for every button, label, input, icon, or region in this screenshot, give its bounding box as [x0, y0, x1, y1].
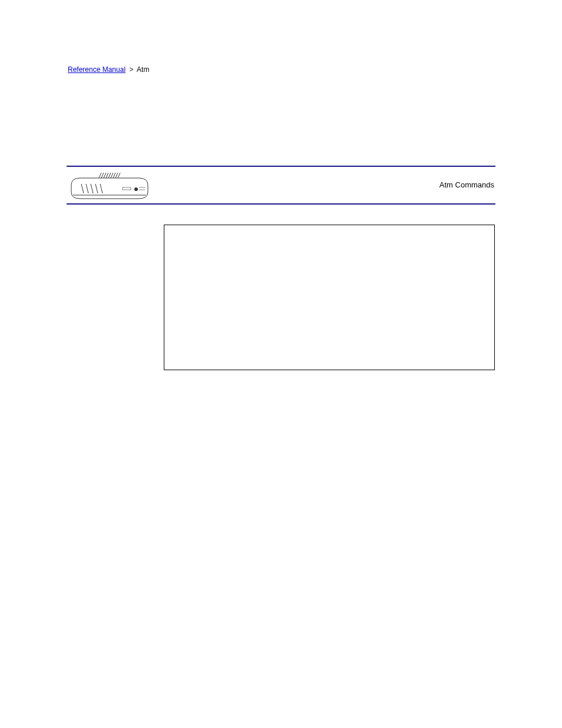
breadcrumb-link[interactable]: Reference Manual [68, 65, 125, 74]
divider-top [67, 166, 495, 167]
breadcrumb: Reference Manual > Atm [68, 65, 149, 74]
svg-point-15 [134, 187, 138, 191]
section-title: Atm Commands [439, 180, 494, 189]
divider-bottom [67, 203, 495, 205]
svg-line-13 [115, 173, 118, 178]
svg-line-7 [101, 173, 104, 178]
svg-line-10 [108, 173, 111, 178]
svg-line-14 [118, 173, 120, 178]
svg-line-11 [111, 173, 113, 178]
breadcrumb-current: Atm [137, 65, 149, 74]
device-illustration [70, 170, 150, 200]
svg-line-12 [113, 173, 115, 178]
breadcrumb-separator: > [129, 65, 133, 74]
svg-line-9 [106, 173, 108, 178]
content-placeholder-box [164, 225, 495, 370]
svg-line-8 [104, 173, 106, 178]
svg-line-6 [99, 173, 101, 178]
